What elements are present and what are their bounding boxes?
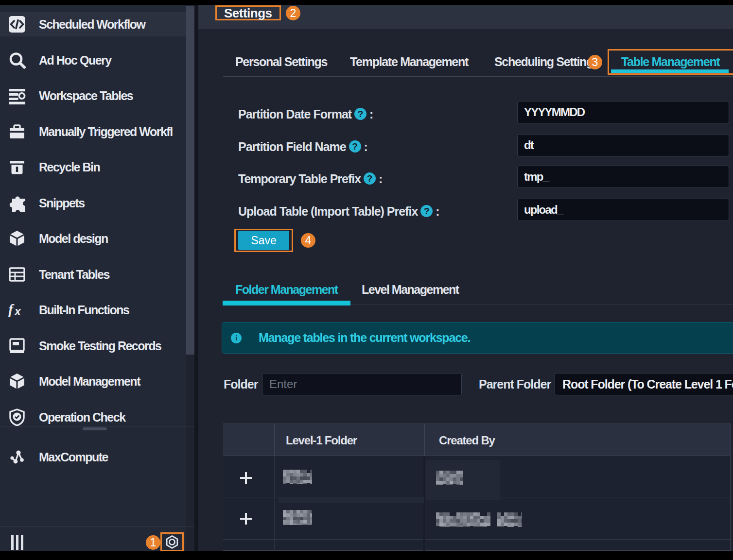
svg-text:f: f (8, 301, 15, 317)
svg-text:x: x (14, 305, 21, 318)
